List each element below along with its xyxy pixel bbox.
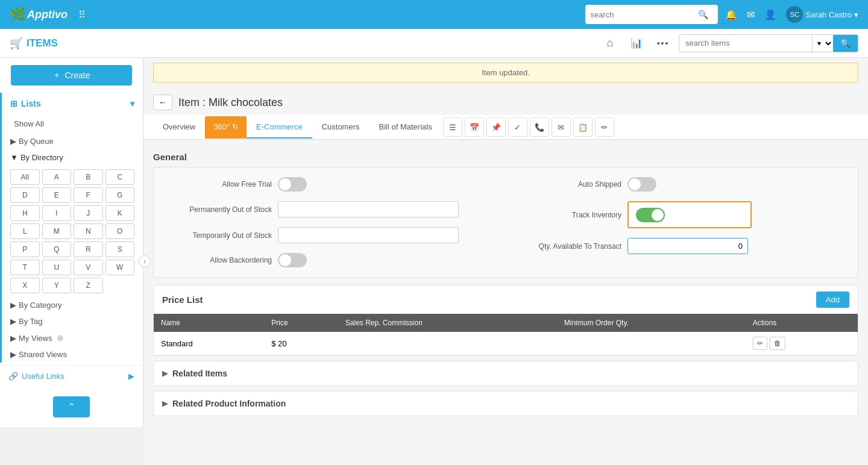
track-inventory-row: Track Inventory	[513, 201, 848, 228]
dir-z[interactable]: Z	[74, 278, 103, 293]
right-column: Auto Shipped Track Inventory	[513, 177, 848, 267]
dir-p[interactable]: P	[10, 242, 40, 257]
by-queue-label: By Queue	[19, 137, 54, 146]
scroll-to-top-button[interactable]: ⌃	[53, 396, 90, 417]
tab-icon-edit[interactable]: ✏	[595, 117, 614, 137]
tab-icon-phone[interactable]: 📞	[530, 117, 549, 137]
create-button[interactable]: ＋ Create	[11, 65, 132, 86]
dir-c[interactable]: C	[105, 169, 135, 185]
user-settings-icon[interactable]: 👤	[764, 9, 776, 20]
by-directory-header[interactable]: ▼ By Directory	[2, 149, 143, 166]
chart-icon[interactable]: 📊	[626, 33, 647, 54]
search-input[interactable]	[590, 10, 690, 19]
row-name: Standard	[154, 332, 264, 355]
my-views-header[interactable]: ▶ My Views ⊕	[2, 329, 143, 346]
dir-k[interactable]: K	[105, 205, 135, 221]
dir-j[interactable]: J	[74, 205, 103, 221]
tab-ecommerce[interactable]: E-Commerce	[247, 116, 312, 139]
permanently-oos-input[interactable]	[278, 201, 459, 217]
by-category-header[interactable]: ▶ By Category	[2, 297, 143, 313]
search-dropdown[interactable]: ▾	[812, 35, 833, 52]
dir-n[interactable]: N	[74, 223, 103, 239]
edit-button[interactable]: ✏	[753, 337, 767, 350]
by-category-chevron-icon: ▶	[10, 301, 16, 310]
useful-links-chevron-icon: ▶	[128, 372, 134, 381]
track-inventory-extra[interactable]	[671, 207, 743, 222]
auto-shipped-toggle[interactable]	[627, 177, 656, 192]
shared-views-header[interactable]: ▶ Shared Views	[2, 346, 143, 363]
dir-r[interactable]: R	[74, 242, 103, 257]
delete-button[interactable]: 🗑	[770, 337, 785, 350]
related-items-header[interactable]: ▶ Related Items	[154, 361, 858, 385]
add-view-icon[interactable]: ⊕	[57, 333, 64, 343]
dir-m[interactable]: M	[42, 223, 72, 239]
back-button[interactable]: ←	[153, 95, 172, 110]
mail-icon[interactable]: ✉	[747, 9, 755, 20]
track-inventory-toggle[interactable]	[636, 208, 665, 222]
dir-x[interactable]: X	[10, 278, 40, 293]
dir-w[interactable]: W	[105, 260, 135, 275]
items-search-button[interactable]: 🔍	[833, 35, 858, 52]
dir-q[interactable]: Q	[42, 242, 72, 257]
search-button[interactable]: 🔍	[693, 7, 713, 22]
useful-links-label: Useful Links	[22, 372, 64, 381]
home-icon[interactable]: ⌂	[599, 33, 621, 54]
dir-g[interactable]: G	[105, 187, 135, 203]
tab-overview[interactable]: Overview	[153, 116, 205, 139]
dir-b[interactable]: B	[74, 169, 103, 185]
qty-available-input[interactable]	[627, 238, 748, 254]
tab-icon-calendar[interactable]: 📅	[465, 117, 484, 137]
allow-backordering-toggle[interactable]	[278, 253, 307, 267]
tab-icon-check[interactable]: ✓	[508, 117, 527, 137]
tab-360[interactable]: 360° ↻	[205, 116, 247, 139]
dir-d[interactable]: D	[10, 187, 40, 203]
temporarily-oos-input[interactable]	[278, 227, 459, 243]
tab-icon-clipboard[interactable]: 📋	[573, 117, 593, 137]
dir-l[interactable]: L	[10, 223, 40, 239]
tab-icon-list[interactable]: ☰	[443, 117, 462, 137]
dir-u[interactable]: U	[42, 260, 72, 275]
dir-i[interactable]: I	[42, 205, 72, 221]
dir-o[interactable]: O	[105, 223, 135, 239]
temporarily-oos-label: Temporarily Out of Stock	[163, 231, 272, 240]
by-queue-chevron-icon: ▶	[10, 137, 16, 146]
dir-f[interactable]: F	[74, 187, 103, 203]
allow-backordering-row: Allow Backordering	[163, 253, 498, 267]
dir-s[interactable]: S	[105, 242, 135, 257]
my-views-chevron-icon: ▶	[10, 334, 16, 343]
permanently-oos-label: Permanently Out of Stock	[163, 205, 272, 214]
dir-a[interactable]: A	[42, 169, 72, 185]
items-search-input[interactable]	[679, 35, 812, 51]
related-product-info-header[interactable]: ▶ Related Product Information	[154, 392, 858, 416]
global-search[interactable]: 🔍	[585, 5, 718, 24]
allow-free-trial-toggle[interactable]	[278, 177, 307, 192]
temporarily-oos-row: Temporarily Out of Stock	[163, 227, 498, 243]
by-queue-header[interactable]: ▶ By Queue	[2, 133, 143, 149]
360-icon: ↻	[232, 122, 238, 131]
user-menu[interactable]: SC Sarah Castro ▾	[786, 6, 858, 23]
track-inventory-box	[627, 201, 752, 228]
notification-icon[interactable]: 🔔	[725, 9, 737, 20]
tab-icon-email[interactable]: ✉	[552, 117, 571, 137]
dir-h[interactable]: H	[10, 205, 40, 221]
grid-icon[interactable]: ⠿	[78, 9, 86, 20]
dir-all[interactable]: All	[10, 169, 40, 185]
dir-v[interactable]: V	[74, 260, 103, 275]
more-options-icon[interactable]: •••	[652, 33, 674, 54]
add-price-button[interactable]: Add	[816, 292, 849, 308]
main-layout: ＋ Create ⊞ Lists ▾ Show All ▶	[0, 58, 868, 465]
dir-e[interactable]: E	[42, 187, 72, 203]
tab-bill-of-materials[interactable]: Bill of Materials	[370, 116, 442, 139]
useful-links-header[interactable]: 🔗 Useful Links ▶	[0, 366, 143, 387]
tab-customers[interactable]: Customers	[312, 116, 370, 139]
tab-icon-pin[interactable]: 📌	[486, 117, 506, 137]
by-tag-header[interactable]: ▶ By Tag	[2, 313, 143, 329]
show-all-item[interactable]: Show All	[2, 114, 143, 133]
dir-t[interactable]: T	[10, 260, 40, 275]
item-title: Item : Milk chocolates	[178, 96, 283, 109]
items-search[interactable]: ▾ 🔍	[679, 34, 858, 52]
useful-links-section: 🔗 Useful Links ▶	[0, 365, 143, 387]
sidebar-collapse-button[interactable]: ‹	[139, 255, 151, 267]
lists-header[interactable]: ⊞ Lists ▾	[2, 93, 143, 114]
dir-y[interactable]: Y	[42, 278, 72, 293]
